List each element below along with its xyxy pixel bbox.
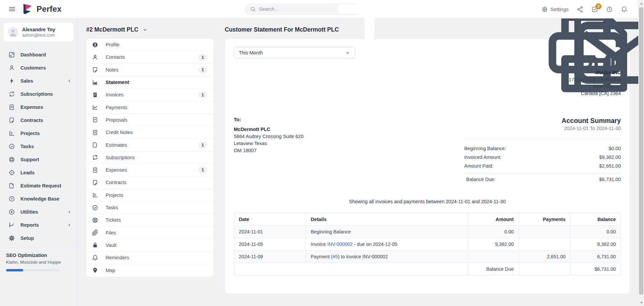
scrollbar-thumb[interactable]	[639, 7, 643, 295]
summary-value: $9,382.00	[599, 155, 621, 160]
customer-menu-statement[interactable]: Statement	[86, 76, 213, 89]
user-card[interactable]: Alexandre Toy admin@test.com	[3, 23, 74, 42]
sidebar-item-expenses[interactable]: Expenses	[0, 100, 77, 114]
sidebar-nav: Dashboard Customers Sales Subscriptions …	[0, 48, 77, 245]
customer-menu-label: Tickets	[106, 217, 207, 223]
share-button[interactable]	[577, 6, 583, 13]
sidebar-item-reports[interactable]: Reports	[0, 218, 77, 231]
menu-toggle-button[interactable]	[8, 5, 16, 13]
expenses-icon	[92, 167, 98, 173]
sidebar-item-label: Sales	[20, 78, 62, 84]
settings-label: Settings	[550, 6, 569, 12]
sidebar-item-label: Knowledge Base	[20, 196, 72, 202]
sidebar-item-dashboard[interactable]: Dashboard	[0, 48, 77, 61]
count-badge: 1	[198, 166, 207, 174]
customer-dropdown-toggle[interactable]: #2 McDermott PLC	[86, 26, 214, 33]
bell-icon	[621, 6, 628, 13]
perfex-logo-icon	[21, 3, 34, 15]
customer-menu-credit-notes[interactable]: Credit Notes	[86, 126, 213, 139]
customer-menu-files[interactable]: Files	[86, 226, 213, 239]
customer-menu-vault[interactable]: Vault	[86, 239, 213, 252]
customer-menu-projects[interactable]: Projects	[86, 189, 213, 202]
project-progress-fill	[6, 269, 23, 271]
map-pin-icon	[92, 267, 98, 273]
sidebar-item-tasks[interactable]: Tasks	[0, 140, 77, 153]
to-label: To:	[234, 117, 304, 122]
count-badge: 1	[198, 66, 207, 74]
topbar: Perfex Settings 3	[0, 0, 638, 18]
recipient-address-line: 5864 Audrey Crossing Suite 620	[234, 133, 304, 140]
quick-add-button[interactable]	[365, 4, 374, 13]
contracts-icon	[92, 179, 98, 186]
page-scrollbar[interactable]	[638, 0, 644, 306]
cell-balance: 9,382.00	[571, 238, 621, 251]
customer-menu-subscriptions[interactable]: Subscriptions	[86, 151, 213, 164]
sidebar-item-customers[interactable]: Customers	[0, 61, 77, 74]
brand[interactable]: Perfex	[21, 3, 62, 15]
col-header-payments: Payments	[519, 213, 571, 226]
settings-button[interactable]: Settings	[541, 6, 569, 13]
sidebar-item-label: Subscriptions	[20, 91, 72, 97]
sidebar-item-subscriptions[interactable]: Subscriptions	[0, 87, 77, 100]
customer-menu-tasks[interactable]: Tasks	[86, 202, 213, 214]
customer-menu-label: Statement	[106, 80, 207, 85]
customer-menu-expenses[interactable]: Expenses 1	[86, 164, 213, 176]
subscriptions-icon	[92, 154, 98, 161]
customer-menu-contracts[interactable]: Contracts	[86, 176, 213, 189]
payment-link[interactable]: #5	[333, 254, 338, 259]
customer-menu-reminders[interactable]: Reminders	[86, 252, 213, 264]
sidebar-item-setup[interactable]: Setup	[0, 231, 77, 245]
recipient-address-line: Letaview Texas	[234, 140, 304, 147]
count-badge: 1	[198, 54, 207, 61]
scroll-up-arrow[interactable]	[638, 1, 644, 6]
sidebar-item-sales[interactable]: Sales	[0, 74, 77, 87]
sidebar-item-label: Expenses	[20, 104, 72, 110]
footer-empty	[519, 263, 571, 275]
notifications-button[interactable]	[621, 6, 628, 13]
customer-menu-invoices[interactable]: Invoices 1	[86, 89, 213, 101]
sidebar-item-knowledge-base[interactable]: ? Knowledge Base	[0, 192, 77, 205]
project-widget[interactable]: SEO Optimization Kiehn, Mosciski and Hop…	[0, 252, 77, 271]
cell-amount	[468, 251, 519, 263]
support-icon	[8, 156, 15, 163]
tickets-icon	[92, 217, 98, 223]
plus-icon	[319, 0, 420, 59]
customer-menu-payments[interactable]: Payments	[86, 101, 213, 114]
timers-button[interactable]	[606, 6, 613, 13]
sidebar-item-support[interactable]: Support	[0, 153, 77, 166]
customer-title: #2 McDermott PLC	[86, 26, 139, 33]
footer-balance-due-value: $6,731.00	[571, 263, 621, 275]
email-button[interactable]	[610, 47, 621, 58]
col-header-balance: Balance	[571, 213, 621, 226]
sidebar-item-label: Dashboard	[20, 52, 72, 57]
scroll-down-arrow[interactable]	[638, 300, 644, 305]
sidebar-item-estimate-request[interactable]: Estimate Request	[0, 179, 77, 192]
sidebar-item-projects[interactable]: Projects	[0, 127, 77, 140]
customer-menu-label: Expenses	[106, 167, 191, 173]
sidebar-item-leads[interactable]: Leads	[0, 166, 77, 179]
col-header-amount: Amount	[468, 213, 519, 226]
cell-payments: 2,651.00	[519, 251, 571, 263]
customer-menu-tickets[interactable]: Tickets	[86, 214, 213, 226]
customer-menu-notes[interactable]: Notes 1	[86, 64, 213, 76]
cell-payments	[519, 238, 571, 251]
sidebar-item-label: Support	[20, 157, 72, 162]
summary-row: Amount Paid: $2,651.00	[464, 162, 621, 170]
sidebar-item-contracts[interactable]: Contracts	[0, 114, 77, 127]
customer-panel: #2 McDermott PLC Profile Contacts 1 Note…	[86, 26, 214, 277]
todo-button[interactable]: 3	[591, 6, 598, 13]
sidebar-item-utilities[interactable]: Utilities	[0, 205, 77, 218]
customer-menu-map[interactable]: Map	[86, 264, 213, 276]
balance-due-label: Balance Due:	[466, 177, 495, 182]
details-text: ) to invoice INV-000002	[338, 254, 388, 259]
sidebar-item-label: Setup	[20, 235, 72, 241]
col-header-details: Details	[306, 213, 468, 226]
invoice-link[interactable]: INV-000002	[327, 242, 353, 247]
balance-due-value: $6,731.00	[599, 177, 621, 182]
customer-menu-proposals[interactable]: P Proposals	[86, 114, 213, 126]
customer-menu-profile[interactable]: Profile	[86, 39, 213, 51]
user-email: admin@test.com	[22, 33, 55, 38]
customer-menu-estimates[interactable]: Estimates 1	[86, 139, 213, 151]
contacts-icon	[92, 54, 98, 60]
customer-menu-contacts[interactable]: Contacts 1	[86, 51, 213, 63]
